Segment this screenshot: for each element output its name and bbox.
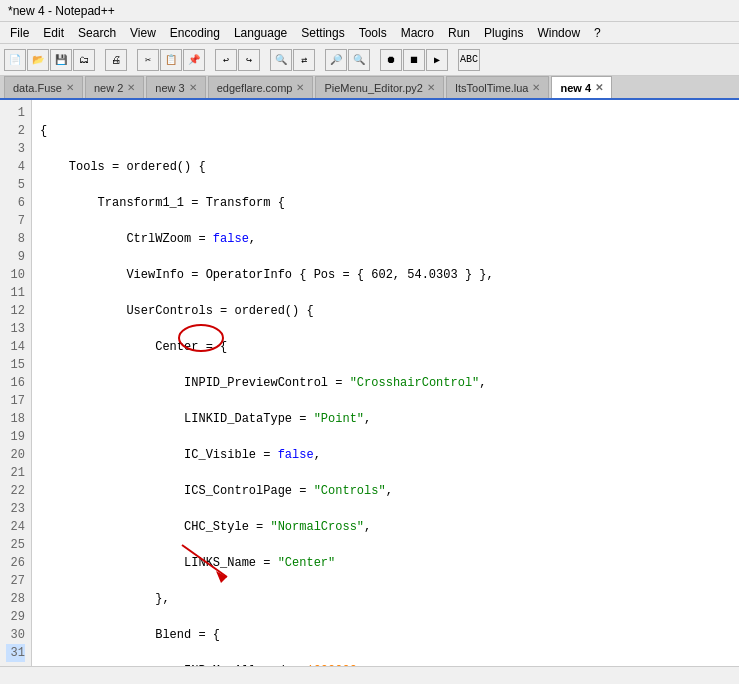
tab-data-fuse[interactable]: data.Fuse ✕ — [4, 76, 83, 98]
menu-run[interactable]: Run — [442, 24, 476, 42]
menu-search[interactable]: Search — [72, 24, 122, 42]
code-line-9: LINKID_DataType = "Point", — [40, 410, 731, 428]
tab-itstooltime[interactable]: ItsToolTime.lua ✕ — [446, 76, 550, 98]
menu-macro[interactable]: Macro — [395, 24, 440, 42]
tab-close-new3[interactable]: ✕ — [189, 82, 197, 93]
code-line-7: Center = { — [40, 338, 731, 356]
code-line-1: { — [40, 122, 731, 140]
menu-help[interactable]: ? — [588, 24, 607, 42]
code-line-4: CtrlWZoom = false, — [40, 230, 731, 248]
svg-marker-2 — [216, 571, 227, 583]
title-text: *new 4 - Notepad++ — [8, 4, 115, 18]
menu-file[interactable]: File — [4, 24, 35, 42]
code-line-10: IC_Visible = false, — [40, 446, 731, 464]
code-line-6: UserControls = ordered() { — [40, 302, 731, 320]
save-button[interactable]: 💾 — [50, 49, 72, 71]
tabbar: data.Fuse ✕ new 2 ✕ new 3 ✕ edgeflare.co… — [0, 76, 739, 100]
paste-button[interactable]: 📌 — [183, 49, 205, 71]
code-line-8: INPID_PreviewControl = "CrosshairControl… — [40, 374, 731, 392]
code-editor[interactable]: { Tools = ordered() { Transform1_1 = Tra… — [32, 100, 739, 666]
copy-button[interactable]: 📋 — [160, 49, 182, 71]
code-line-3: Transform1_1 = Transform { — [40, 194, 731, 212]
macro-play-button[interactable]: ▶ — [426, 49, 448, 71]
menu-settings[interactable]: Settings — [295, 24, 350, 42]
code-line-12: CHC_Style = "NormalCross", — [40, 518, 731, 536]
find-button[interactable]: 🔍 — [270, 49, 292, 71]
code-line-13: LINKS_Name = "Center" — [40, 554, 731, 572]
print-button[interactable]: 🖨 — [105, 49, 127, 71]
line-numbers: 12345 678910 1112131415 1617181920 21222… — [0, 100, 32, 666]
save-all-button[interactable]: 🗂 — [73, 49, 95, 71]
open-button[interactable]: 📂 — [27, 49, 49, 71]
tab-new3[interactable]: new 3 ✕ — [146, 76, 205, 98]
macro-record-button[interactable]: ⏺ — [380, 49, 402, 71]
tab-close-edgeflare[interactable]: ✕ — [296, 82, 304, 93]
menu-window[interactable]: Window — [531, 24, 586, 42]
tab-close-itstooltime[interactable]: ✕ — [532, 82, 540, 93]
replace-button[interactable]: ⇄ — [293, 49, 315, 71]
menu-encoding[interactable]: Encoding — [164, 24, 226, 42]
undo-button[interactable]: ↩ — [215, 49, 237, 71]
code-line-14: }, — [40, 590, 731, 608]
tab-close-new2[interactable]: ✕ — [127, 82, 135, 93]
statusbar — [0, 666, 739, 684]
new-button[interactable]: 📄 — [4, 49, 26, 71]
menu-edit[interactable]: Edit — [37, 24, 70, 42]
tab-new4[interactable]: new 4 ✕ — [551, 76, 612, 98]
tab-new2[interactable]: new 2 ✕ — [85, 76, 144, 98]
tab-close-piemenu[interactable]: ✕ — [427, 82, 435, 93]
menubar: File Edit Search View Encoding Language … — [0, 22, 739, 44]
tab-close-data-fuse[interactable]: ✕ — [66, 82, 74, 93]
menu-tools[interactable]: Tools — [353, 24, 393, 42]
spellcheck-button[interactable]: ABC — [458, 49, 480, 71]
code-line-5: ViewInfo = OperatorInfo { Pos = { 602, 5… — [40, 266, 731, 284]
menu-language[interactable]: Language — [228, 24, 293, 42]
code-container: 12345 678910 1112131415 1617181920 21222… — [0, 100, 739, 666]
toolbar: 📄 📂 💾 🗂 🖨 ✂ 📋 📌 ↩ ↪ 🔍 ⇄ 🔎 🔍 ⏺ ⏹ ▶ ABC — [0, 44, 739, 76]
tab-piemenu[interactable]: PieMenu_Editor.py2 ✕ — [315, 76, 443, 98]
cut-button[interactable]: ✂ — [137, 49, 159, 71]
redo-button[interactable]: ↪ — [238, 49, 260, 71]
code-line-15: Blend = { — [40, 626, 731, 644]
menu-plugins[interactable]: Plugins — [478, 24, 529, 42]
tab-edgeflare[interactable]: edgeflare.comp ✕ — [208, 76, 314, 98]
zoom-in-button[interactable]: 🔎 — [325, 49, 347, 71]
titlebar: *new 4 - Notepad++ — [0, 0, 739, 22]
code-line-16: INP_MaxAllowed = 1000000, — [40, 662, 731, 666]
code-line-2: Tools = ordered() { — [40, 158, 731, 176]
zoom-out-button[interactable]: 🔍 — [348, 49, 370, 71]
menu-view[interactable]: View — [124, 24, 162, 42]
macro-stop-button[interactable]: ⏹ — [403, 49, 425, 71]
code-line-11: ICS_ControlPage = "Controls", — [40, 482, 731, 500]
tab-close-new4[interactable]: ✕ — [595, 82, 603, 93]
